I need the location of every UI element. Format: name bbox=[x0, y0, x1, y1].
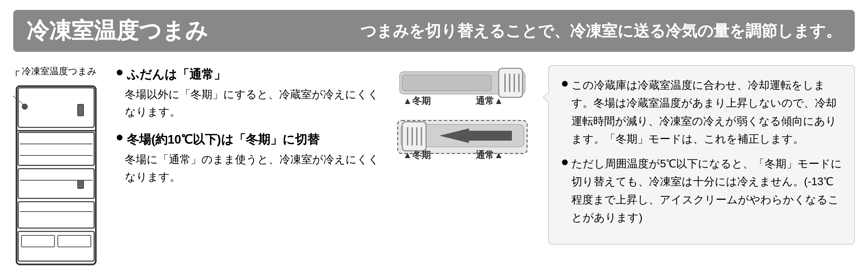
info-bullet-text-1: この冷蔵庫は冷蔵室温度に合わせ、冷却運転をします。冬場は冷蔵室温度があまり上昇し… bbox=[571, 76, 842, 148]
bullet-body-2: 冬場に「通常」のまま使うと、冷凍室が冷えにくくなります。 bbox=[116, 151, 383, 186]
diagram-wrapper-2: ▲冬期 通常▲ bbox=[396, 119, 535, 163]
svg-rect-30 bbox=[402, 122, 426, 151]
bullet-dot-1: ● bbox=[116, 65, 124, 78]
svg-rect-8 bbox=[18, 202, 94, 228]
svg-text:▲冬期: ▲冬期 bbox=[403, 96, 431, 106]
svg-rect-10 bbox=[18, 231, 94, 261]
svg-text:通常▲: 通常▲ bbox=[476, 96, 503, 106]
left-section: ┌ 冷凍室温度つまみ bbox=[13, 65, 383, 269]
svg-rect-15 bbox=[22, 235, 55, 247]
header-banner: 冷凍室温度つまみ つまみを切り替えることで、冷凍室に送る冷気の量を調節します。 bbox=[13, 10, 855, 52]
bullet-heading-1: ● ふだんは「通常」 bbox=[116, 65, 383, 84]
svg-text:▲冬期: ▲冬期 bbox=[403, 150, 431, 160]
bullet-item-1: ● ふだんは「通常」 冬場以外に「冬期」にすると、冷蔵室が冷えにくくなります。 bbox=[116, 65, 383, 121]
svg-rect-12 bbox=[78, 180, 84, 189]
svg-rect-3 bbox=[18, 132, 94, 165]
diagram-wrapper-1: ▲冬期 通常▲ bbox=[396, 65, 535, 109]
info-box: ● この冷蔵庫は冷蔵室温度に合わせ、冷却運転をします。冬場は冷蔵室温度があまり上… bbox=[548, 65, 855, 245]
bullet-heading-text-2: 冬場(約10℃以下)は「冬期」に切替 bbox=[127, 130, 319, 149]
svg-point-13 bbox=[22, 104, 27, 109]
info-bullet-2: ● ただし周囲温度が5℃以下になると、「冬期」モードに切り替えても、冷凍室は十分… bbox=[561, 155, 842, 227]
bullet-item-2: ● 冬場(約10℃以下)は「冬期」に切替 冬場に「通常」のまま使うと、冷凍室が冷… bbox=[116, 130, 383, 186]
svg-rect-29 bbox=[469, 131, 512, 141]
svg-rect-18 bbox=[402, 75, 492, 91]
info-bullet-dot-2: ● bbox=[561, 155, 569, 168]
bullet-heading-2: ● 冬場(約10℃以下)は「冬期」に切替 bbox=[116, 130, 383, 149]
info-bullet-text-2: ただし周囲温度が5℃以下になると、「冬期」モードに切り替えても、冷凍室は十分には… bbox=[571, 155, 842, 227]
info-bullet-dot-1: ● bbox=[561, 76, 569, 90]
knob-diagram-2: ▲冬期 通常▲ bbox=[396, 119, 528, 162]
fridge-label: 冷凍室温度つまみ bbox=[22, 65, 97, 77]
svg-text:通常▲: 通常▲ bbox=[476, 150, 503, 160]
bullet-dot-2: ● bbox=[116, 130, 124, 143]
header-title: 冷凍室温度つまみ bbox=[26, 16, 208, 46]
knob-diagram-1: ▲冬期 通常▲ bbox=[396, 65, 528, 108]
bullet-body-1: 冬場以外に「冬期」にすると、冷蔵室が冷えにくくなります。 bbox=[116, 86, 383, 121]
header-subtitle: つまみを切り替えることで、冷凍室に送る冷気の量を調節します。 bbox=[360, 21, 842, 42]
svg-rect-16 bbox=[58, 235, 91, 247]
bullets-section: ● ふだんは「通常」 冬場以外に「冬期」にすると、冷蔵室が冷えにくくなります。 … bbox=[116, 65, 383, 269]
fridge-container: ┌ 冷凍室温度つまみ bbox=[13, 65, 106, 269]
info-bullet-1: ● この冷蔵庫は冷蔵室温度に合わせ、冷却運転をします。冬場は冷蔵室温度があまり上… bbox=[561, 76, 842, 148]
svg-rect-11 bbox=[78, 104, 84, 116]
fridge-illustration bbox=[13, 83, 99, 268]
bullet-heading-text-1: ふだんは「通常」 bbox=[127, 65, 226, 84]
main-content: ┌ 冷凍室温度つまみ bbox=[13, 65, 855, 269]
diagrams-section: ▲冬期 通常▲ ▲冬期 bbox=[396, 65, 535, 163]
